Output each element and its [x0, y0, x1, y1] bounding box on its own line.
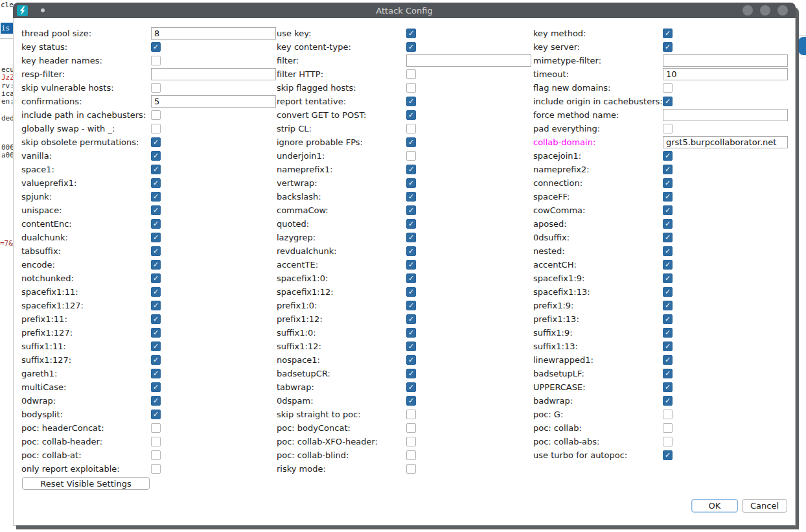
checkbox-badsetupcr[interactable]: ✓	[406, 369, 416, 378]
ok-button[interactable]: OK	[691, 499, 738, 513]
checkbox-flag-new-domains[interactable]	[663, 83, 673, 93]
checkbox-risky-mode[interactable]	[406, 464, 416, 474]
checkbox-prefix1-9[interactable]: ✓	[663, 301, 673, 310]
checkbox-ignore-probable-fps[interactable]: ✓	[406, 137, 416, 147]
checkbox-gareth1[interactable]: ✓	[151, 369, 161, 378]
checkbox-spacefix1-0[interactable]: ✓	[406, 273, 416, 283]
checkbox-bodysplit[interactable]: ✓	[151, 410, 161, 419]
checkbox-space1[interactable]: ✓	[151, 165, 161, 174]
checkbox-nospace1[interactable]: ✓	[406, 355, 416, 365]
checkbox-cowcomma[interactable]: ✓	[663, 205, 673, 215]
checkbox-spacefix1-13[interactable]: ✓	[663, 287, 673, 297]
input-force-method-name[interactable]	[663, 109, 788, 121]
checkbox-suffix1-9[interactable]: ✓	[663, 328, 673, 338]
checkbox-linewrapped1[interactable]: ✓	[663, 355, 673, 365]
checkbox-prefix1-0[interactable]: ✓	[406, 301, 416, 310]
window-close-button[interactable]	[777, 5, 788, 16]
checkbox-skip-vulnerable-hosts[interactable]	[151, 83, 161, 93]
checkbox-prefix1-13[interactable]: ✓	[663, 314, 673, 324]
checkbox-poc-collab-xfo-header[interactable]	[406, 437, 416, 446]
checkbox-prefix1-127[interactable]: ✓	[151, 328, 161, 338]
checkbox-accentch[interactable]: ✓	[663, 260, 673, 270]
checkbox-use-key[interactable]: ✓	[406, 29, 416, 38]
checkbox-badwrap[interactable]: ✓	[663, 396, 673, 406]
checkbox-skip-straight-to-poc[interactable]	[406, 410, 416, 419]
checkbox-prefix1-12[interactable]: ✓	[406, 314, 416, 324]
checkbox-encode[interactable]: ✓	[151, 260, 161, 270]
checkbox-suffix1-0[interactable]: ✓	[406, 328, 416, 338]
window-maximize-button[interactable]	[760, 5, 770, 16]
checkbox-nameprefix2[interactable]: ✓	[663, 165, 673, 174]
input-timeout[interactable]	[663, 68, 788, 80]
checkbox-prefix1-11[interactable]: ✓	[151, 314, 161, 324]
checkbox-pad-everything[interactable]	[663, 124, 673, 133]
checkbox-valueprefix1[interactable]: ✓	[151, 178, 161, 188]
checkbox-globally-swap-with[interactable]	[151, 124, 161, 133]
checkbox-0dsuffix[interactable]: ✓	[663, 233, 673, 242]
checkbox-connection[interactable]: ✓	[663, 178, 673, 188]
checkbox-suffix1-12[interactable]: ✓	[406, 341, 416, 351]
checkbox-key-server[interactable]: ✓	[663, 42, 673, 52]
dialog-titlebar[interactable]: Attack Config	[13, 3, 796, 18]
checkbox-contentenc[interactable]: ✓	[151, 219, 161, 229]
checkbox-key-status[interactable]: ✓	[151, 42, 161, 52]
checkbox-poc-collab-at[interactable]	[151, 450, 161, 460]
checkbox-underjoin1[interactable]	[406, 151, 416, 161]
checkbox-tabwrap[interactable]: ✓	[406, 382, 416, 392]
checkbox-uppercase[interactable]: ✓	[663, 382, 673, 392]
checkbox-key-method[interactable]: ✓	[663, 29, 673, 38]
input-resp-filter[interactable]	[151, 68, 276, 80]
checkbox-spacefix1-12[interactable]: ✓	[406, 287, 416, 297]
checkbox-poc-collab-blind[interactable]	[406, 450, 416, 460]
checkbox-spacefix1-127[interactable]: ✓	[151, 301, 161, 310]
reset-visible-settings-button[interactable]: Reset Visible Settings	[22, 477, 150, 490]
checkbox-skip-obsolete-permutations[interactable]: ✓	[151, 137, 161, 147]
checkbox-convert-get-to-post[interactable]: ✓	[406, 110, 416, 120]
checkbox-key-content-type[interactable]: ✓	[406, 42, 416, 52]
cancel-button[interactable]: Cancel	[742, 499, 787, 513]
checkbox-quoted[interactable]: ✓	[406, 219, 416, 229]
checkbox-report-tentative[interactable]: ✓	[406, 97, 416, 106]
checkbox-aposed[interactable]: ✓	[663, 219, 673, 229]
checkbox-poc-headerconcat[interactable]	[151, 423, 161, 433]
input-collab-domain[interactable]	[663, 136, 788, 148]
checkbox-backslash[interactable]: ✓	[406, 192, 416, 202]
checkbox-include-path-in-cachebusters[interactable]	[151, 110, 161, 120]
checkbox-include-origin-in-cachebusters[interactable]: ✓	[663, 97, 673, 106]
input-confirmations[interactable]	[151, 95, 276, 108]
checkbox-spacejoin1[interactable]: ✓	[663, 151, 673, 161]
checkbox-spjunk[interactable]: ✓	[151, 192, 161, 202]
checkbox-vertwrap[interactable]: ✓	[406, 178, 416, 188]
checkbox-use-turbo-for-autopoc[interactable]: ✓	[663, 450, 673, 460]
input-mimetype-filter[interactable]	[663, 54, 788, 67]
checkbox-poc-bodyconcat[interactable]	[406, 423, 416, 433]
checkbox-poc-collab-header[interactable]	[151, 437, 161, 446]
checkbox-0dwrap[interactable]: ✓	[151, 396, 161, 406]
checkbox-poc-collab[interactable]	[663, 423, 673, 433]
checkbox-spaceff[interactable]: ✓	[663, 192, 673, 202]
checkbox-only-report-exploitable[interactable]	[151, 464, 161, 474]
checkbox-suffix1-127[interactable]: ✓	[151, 355, 161, 365]
checkbox-0dspam[interactable]: ✓	[406, 396, 416, 406]
checkbox-nameprefix1[interactable]: ✓	[406, 165, 416, 174]
checkbox-key-header-names[interactable]	[151, 56, 161, 65]
checkbox-spacefix1-11[interactable]: ✓	[151, 287, 161, 297]
checkbox-nested[interactable]: ✓	[663, 246, 673, 256]
checkbox-lazygrep[interactable]: ✓	[406, 233, 416, 242]
checkbox-strip-cl[interactable]	[406, 124, 416, 133]
checkbox-tabsuffix[interactable]: ✓	[151, 246, 161, 256]
checkbox-unispace[interactable]: ✓	[151, 205, 161, 215]
checkbox-spacefix1-9[interactable]: ✓	[663, 273, 673, 283]
window-minimize-button[interactable]	[743, 5, 753, 16]
input-thread-pool-size[interactable]	[151, 27, 276, 40]
checkbox-revdualchunk[interactable]: ✓	[406, 246, 416, 256]
checkbox-suffix1-13[interactable]: ✓	[663, 341, 673, 351]
checkbox-poc-collab-abs[interactable]	[663, 437, 673, 446]
input-filter[interactable]	[406, 54, 531, 67]
checkbox-notchunked[interactable]: ✓	[151, 273, 161, 283]
checkbox-accentte[interactable]: ✓	[406, 260, 416, 270]
checkbox-poc-g[interactable]	[663, 410, 673, 419]
checkbox-badsetuplf[interactable]: ✓	[663, 369, 673, 378]
checkbox-filter-http[interactable]	[406, 69, 416, 79]
checkbox-multicase[interactable]: ✓	[151, 382, 161, 392]
